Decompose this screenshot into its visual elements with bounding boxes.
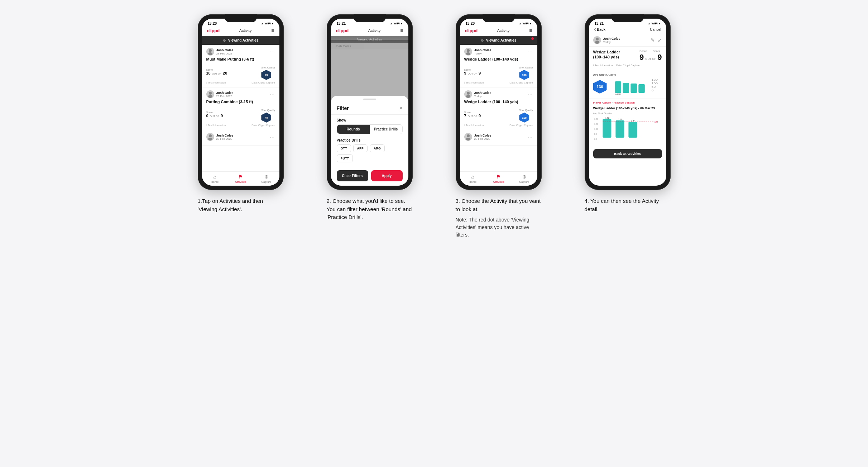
drill-chart-4: 140 120 100 80 60 132 129 124	[593, 116, 662, 145]
activities-icon-1: ⚑	[238, 174, 243, 180]
hamburger-3[interactable]: ≡	[529, 28, 532, 33]
activity-card-3-3[interactable]: Josh Coles 28 Feb 2023 ···	[460, 130, 537, 146]
activity-card-1-3[interactable]: Josh Coles 28 Feb 2023 ···	[202, 130, 279, 146]
phone-screen-2: 13:21 ▲WiFi■ clippd Activity ≡ Viewing A…	[331, 19, 408, 186]
card-header-1-1: Josh Coles 28 Feb 2023 ···	[206, 48, 275, 56]
tab-home-3[interactable]: ⌂ Home	[460, 172, 486, 186]
phone-screen-4: 13:21 ▲WiFi■ < Back Cancel Josh	[589, 19, 666, 186]
step-3-column: 13:20 ▲WiFi■ clippd Activity ≡ ⚙ Viewing…	[441, 14, 556, 239]
app-logo-1: clippd	[207, 28, 220, 33]
chip-app-2[interactable]: APP	[353, 144, 368, 152]
avatar-1-1	[206, 48, 214, 56]
svg-text:120: 120	[594, 123, 598, 125]
activity-card-3-1[interactable]: Josh Coles Today ··· Wedge Ladder (100–1…	[460, 45, 537, 87]
card-header-3-3: Josh Coles 28 Feb 2023 ···	[464, 133, 533, 141]
chip-arg-2[interactable]: ARG	[370, 144, 385, 152]
drill-section-title-4: Wedge Ladder (100–140 yds) - 06 Mar 23	[593, 106, 662, 110]
avg-hex-4: 130	[593, 80, 607, 94]
cancel-btn-4[interactable]: Cancel	[650, 28, 661, 32]
svg-text:132: 132	[605, 117, 609, 119]
phone-4: 13:21 ▲WiFi■ < Back Cancel Josh	[585, 14, 671, 190]
activity-card-1-2[interactable]: Josh Coles 28 Feb 2023 ··· Putting Combi…	[202, 87, 279, 130]
avatar-1-3	[206, 133, 214, 141]
filter-modal-2: Filter × Show Rounds Practice Drills Pra…	[331, 40, 408, 186]
svg-text:50: 50	[651, 86, 656, 89]
detail-actions-4: ✎ ⤢	[651, 37, 662, 43]
clear-filters-btn-2[interactable]: Clear Filters	[337, 170, 368, 181]
chip-ott-2[interactable]: OTT	[337, 144, 351, 152]
detail-shots-label-4: Shots	[653, 49, 660, 53]
step-1-column: 13:20 ▲ WiFi ■ clippd Activity ≡ ⚙ Viewi…	[183, 14, 298, 213]
card-title-3-1: Wedge Ladder (100–140 yds)	[464, 57, 533, 61]
svg-point-9	[466, 95, 470, 98]
card-stats-1-1: Score 10 OUT OF 20 Shot Quality 75	[206, 63, 275, 80]
toggle-rounds-2[interactable]: Rounds	[337, 125, 370, 134]
score-label-3-1: Score	[464, 68, 481, 71]
apply-btn-2[interactable]: Apply	[371, 170, 403, 181]
user-name-1-3: Josh Coles	[216, 134, 234, 137]
card-user-1-3: Josh Coles 28 Feb 2023	[206, 133, 234, 141]
hamburger-1[interactable]: ≡	[271, 28, 274, 33]
step-1-description: 1.Tap on Activities and then 'Viewing Ac…	[198, 197, 284, 213]
svg-text:124: 124	[654, 121, 658, 123]
viewing-bar-1[interactable]: ⚙ Viewing Activities	[202, 36, 279, 45]
drill-subtitle-4: Avg Shot Quality	[593, 112, 662, 115]
tab-capture-3[interactable]: ⊕ Capture	[512, 172, 537, 186]
user-name-1-1: Josh Coles	[216, 48, 234, 52]
detail-user-name-4: Josh Coles	[603, 37, 620, 40]
score-label-1-2: Score	[206, 111, 223, 114]
card-user-3-1: Josh Coles Today	[464, 48, 491, 56]
outof-3-1: OUT OF	[468, 72, 477, 75]
shots-value-3-2: 9	[479, 114, 481, 118]
svg-point-7	[466, 52, 470, 55]
detail-shots-value-4: 9	[657, 53, 662, 62]
dots-menu-1-1[interactable]: ···	[270, 49, 275, 54]
dots-menu-3-2[interactable]: ···	[528, 91, 533, 97]
back-activities-btn-4[interactable]: Back to Activities	[593, 149, 662, 158]
svg-rect-19	[623, 83, 629, 93]
toggle-practice-2[interactable]: Practice Drills	[370, 125, 402, 134]
tab-activities-1[interactable]: ⚑ Activities	[228, 172, 254, 186]
detail-title-row-4: Wedge Ladder (100–140 yds) Score Shots 9…	[593, 49, 662, 62]
dots-menu-1-3[interactable]: ···	[270, 134, 275, 140]
back-btn-4[interactable]: < Back	[594, 28, 606, 32]
svg-point-0	[209, 49, 212, 52]
tab-activities-3[interactable]: ⚑ Activities	[486, 172, 512, 186]
expand-icon-4[interactable]: ⤢	[658, 37, 662, 43]
svg-text:130: 130	[651, 78, 657, 81]
activity-card-3-2[interactable]: Josh Coles Today ··· Wedge Ladder (100–1…	[460, 87, 537, 130]
user-date-3-3: 28 Feb 2023	[474, 137, 491, 140]
tab-home-1[interactable]: ⌂ Home	[202, 172, 228, 186]
chip-putt-2[interactable]: PUTT	[337, 154, 353, 162]
phone-notch-3	[483, 14, 515, 22]
detail-score-value-4: 9	[639, 53, 644, 62]
viewing-bar-3[interactable]: ⚙ Viewing Activities	[460, 36, 537, 45]
dots-menu-3-1[interactable]: ···	[528, 49, 533, 54]
activity-card-1-1[interactable]: Josh Coles 28 Feb 2023 ··· Must Make Put…	[202, 45, 279, 87]
dots-menu-3-3[interactable]: ···	[528, 134, 533, 140]
footer-left-1-1: ℹ Test Information	[206, 81, 226, 84]
time-3: 13:20	[466, 22, 475, 25]
svg-point-4	[209, 134, 212, 137]
card-stats-3-2: Score 7 OUT OF 9 Shot Quality 118	[464, 106, 533, 123]
card-stats-3-1: Score 9 OUT OF 9 Shot Quality 130	[464, 63, 533, 80]
card-footer-1-2: ℹ Test Information Data: Clippd Capture	[206, 124, 275, 127]
nav-title-3: Activity	[497, 28, 510, 33]
tab-capture-1[interactable]: ⊕ Capture	[254, 172, 279, 186]
detail-score-row-4: 9 OUT OF 9	[639, 53, 662, 62]
filter-close-btn-2[interactable]: ×	[399, 105, 402, 111]
card-user-3-2: Josh Coles Today	[464, 90, 491, 98]
user-name-3-1: Josh Coles	[474, 48, 491, 52]
filter-handle-2[interactable]	[363, 99, 376, 100]
dots-menu-1-2[interactable]: ···	[270, 91, 275, 97]
phone-1: 13:20 ▲ WiFi ■ clippd Activity ≡ ⚙ Viewi…	[198, 14, 284, 190]
status-icons-3: ▲WiFi■	[519, 22, 532, 25]
score-value-1-2: 0	[206, 114, 208, 118]
shots-value-3-1: 9	[479, 71, 481, 75]
home-icon-1: ⌂	[213, 174, 216, 180]
edit-icon-4[interactable]: ✎	[651, 37, 655, 43]
hamburger-2[interactable]: ≡	[400, 28, 403, 33]
quality-label-1-1: Shot Quality	[261, 66, 275, 69]
tab-home-label-3: Home	[469, 180, 476, 184]
svg-text:140: 140	[594, 118, 598, 120]
